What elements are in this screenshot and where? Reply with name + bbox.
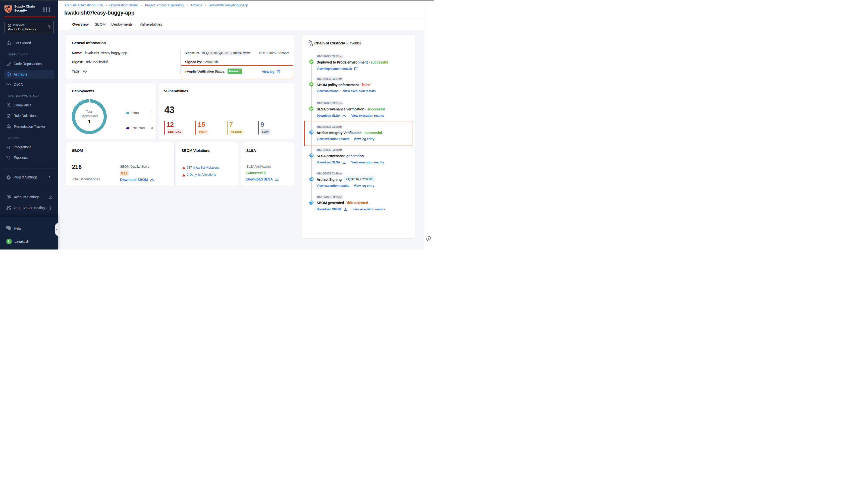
svg-text:?: ? <box>7 226 9 229</box>
